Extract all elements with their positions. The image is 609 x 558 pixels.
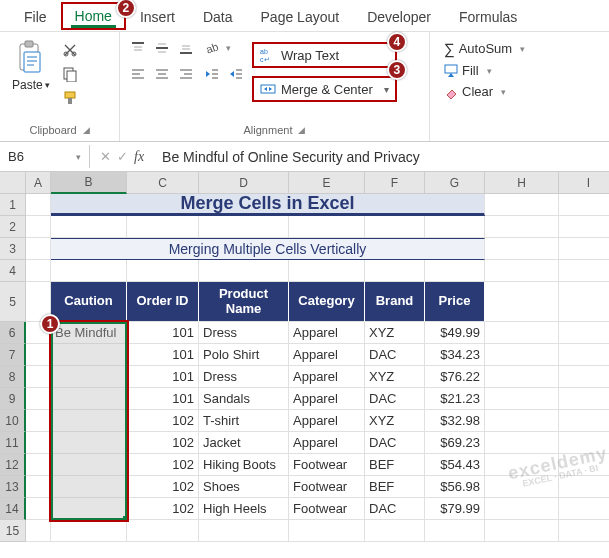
align-bottom-button[interactable] bbox=[176, 38, 196, 58]
cell-category[interactable]: Footwear bbox=[289, 454, 365, 476]
cell-product[interactable]: Hiking Boots bbox=[199, 454, 289, 476]
merge-center-dropdown[interactable]: ▾ bbox=[379, 81, 395, 98]
clear-button[interactable]: Clear ▾ bbox=[444, 84, 595, 99]
cell-order[interactable]: 101 bbox=[127, 388, 199, 410]
row-header[interactable]: 12 bbox=[0, 454, 26, 476]
cell[interactable] bbox=[127, 260, 199, 282]
cell-category[interactable]: Footwear bbox=[289, 476, 365, 498]
cell-category[interactable]: Footwear bbox=[289, 498, 365, 520]
cell[interactable] bbox=[26, 498, 51, 520]
caution-cell[interactable] bbox=[51, 476, 127, 498]
cell[interactable] bbox=[26, 520, 51, 542]
cell-product[interactable]: High Heels bbox=[199, 498, 289, 520]
cell[interactable] bbox=[485, 344, 559, 366]
cell-price[interactable]: $56.98 bbox=[425, 476, 485, 498]
cell-brand[interactable]: XYZ bbox=[365, 410, 425, 432]
cell-product[interactable]: Dress bbox=[199, 366, 289, 388]
increase-indent-button[interactable] bbox=[226, 64, 246, 84]
cell-product[interactable]: Sandals bbox=[199, 388, 289, 410]
cell-category[interactable]: Apparel bbox=[289, 344, 365, 366]
cell[interactable] bbox=[199, 520, 289, 542]
cell[interactable] bbox=[485, 476, 559, 498]
row-header[interactable]: 11 bbox=[0, 432, 26, 454]
cell[interactable] bbox=[485, 322, 559, 344]
col-header[interactable]: I bbox=[559, 172, 609, 194]
row-header[interactable]: 8 bbox=[0, 366, 26, 388]
row-header[interactable]: 15 bbox=[0, 520, 26, 542]
cell[interactable] bbox=[365, 520, 425, 542]
cell[interactable] bbox=[559, 498, 609, 520]
cell-order[interactable]: 102 bbox=[127, 432, 199, 454]
row-header[interactable]: 13 bbox=[0, 476, 26, 498]
cell[interactable] bbox=[559, 454, 609, 476]
cell-product[interactable]: Polo Shirt bbox=[199, 344, 289, 366]
cell-price[interactable]: $54.43 bbox=[425, 454, 485, 476]
caution-cell[interactable] bbox=[51, 498, 127, 520]
orientation-button[interactable]: ab bbox=[202, 38, 222, 58]
cell-product[interactable]: T-shirt bbox=[199, 410, 289, 432]
cell-brand[interactable]: DAC bbox=[365, 388, 425, 410]
cell[interactable] bbox=[559, 476, 609, 498]
cell[interactable] bbox=[199, 260, 289, 282]
tab-page-layout[interactable]: Page Layout bbox=[247, 3, 354, 31]
col-header[interactable]: G bbox=[425, 172, 485, 194]
cell[interactable] bbox=[51, 216, 127, 238]
tab-home[interactable]: Home 2 bbox=[61, 2, 126, 30]
row-header[interactable]: 2 bbox=[0, 216, 26, 238]
caution-cell[interactable] bbox=[51, 432, 127, 454]
copy-button[interactable] bbox=[60, 64, 80, 84]
formula-input[interactable]: Be Mindful of Online Security and Privac… bbox=[154, 145, 609, 169]
caution-cell[interactable] bbox=[51, 454, 127, 476]
cell-category[interactable]: Apparel bbox=[289, 432, 365, 454]
cell-category[interactable]: Apparel bbox=[289, 322, 365, 344]
col-header[interactable]: C bbox=[127, 172, 199, 194]
cell-brand[interactable]: BEF bbox=[365, 476, 425, 498]
cell[interactable] bbox=[51, 260, 127, 282]
cell[interactable] bbox=[127, 216, 199, 238]
cell[interactable] bbox=[365, 216, 425, 238]
cell-order[interactable]: 102 bbox=[127, 454, 199, 476]
cell[interactable] bbox=[289, 216, 365, 238]
cell[interactable] bbox=[559, 194, 609, 216]
cell-order[interactable]: 102 bbox=[127, 476, 199, 498]
cell-category[interactable]: Apparel bbox=[289, 366, 365, 388]
name-box[interactable]: B6 ▾ bbox=[0, 145, 90, 168]
cell-brand[interactable]: XYZ bbox=[365, 366, 425, 388]
cell-product[interactable]: Dress bbox=[199, 322, 289, 344]
cell[interactable] bbox=[26, 238, 51, 260]
table-header[interactable]: Brand bbox=[365, 282, 425, 322]
cell[interactable] bbox=[26, 344, 51, 366]
row-header[interactable]: 14 bbox=[0, 498, 26, 520]
cell-price[interactable]: $69.23 bbox=[425, 432, 485, 454]
col-header[interactable]: D bbox=[199, 172, 289, 194]
cell[interactable] bbox=[365, 260, 425, 282]
caution-cell[interactable] bbox=[51, 344, 127, 366]
alignment-dialog-launcher[interactable]: ◢ bbox=[298, 125, 305, 135]
cell[interactable] bbox=[485, 238, 559, 260]
cell-order[interactable]: 102 bbox=[127, 410, 199, 432]
cell[interactable] bbox=[199, 216, 289, 238]
tab-formulas[interactable]: Formulas bbox=[445, 3, 531, 31]
cut-button[interactable] bbox=[60, 40, 80, 60]
cell[interactable] bbox=[559, 216, 609, 238]
cell[interactable] bbox=[26, 476, 51, 498]
subtitle-cell[interactable]: Merging Multiple Cells Vertically bbox=[51, 238, 485, 260]
align-middle-button[interactable] bbox=[152, 38, 172, 58]
cell[interactable] bbox=[559, 366, 609, 388]
cell-brand[interactable]: BEF bbox=[365, 454, 425, 476]
row-header[interactable]: 10 bbox=[0, 410, 26, 432]
col-header[interactable]: H bbox=[485, 172, 559, 194]
cell[interactable] bbox=[485, 260, 559, 282]
cell[interactable] bbox=[26, 432, 51, 454]
cell-product[interactable]: Jacket bbox=[199, 432, 289, 454]
row-header[interactable]: 9 bbox=[0, 388, 26, 410]
cell[interactable] bbox=[485, 366, 559, 388]
cell[interactable] bbox=[559, 432, 609, 454]
cell-order[interactable]: 101 bbox=[127, 366, 199, 388]
caution-cell[interactable] bbox=[51, 388, 127, 410]
cell-product[interactable]: Shoes bbox=[199, 476, 289, 498]
table-header[interactable]: Product Name bbox=[199, 282, 289, 322]
format-painter-button[interactable] bbox=[60, 88, 80, 108]
cell[interactable] bbox=[26, 260, 51, 282]
align-left-button[interactable] bbox=[128, 64, 148, 84]
